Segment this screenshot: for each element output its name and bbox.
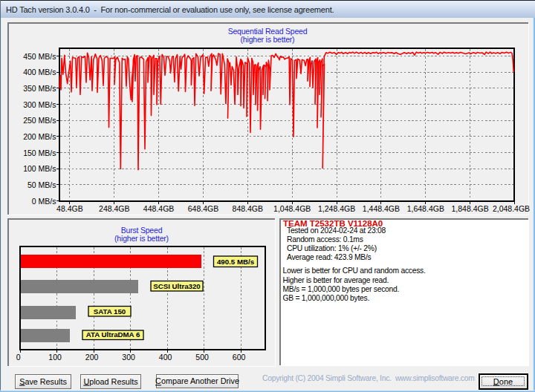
svg-text:2,048.4GB: 2,048.4GB bbox=[493, 204, 530, 213]
svg-text:Average read: 423.9 MB/s: Average read: 423.9 MB/s bbox=[287, 253, 372, 261]
svg-text:Compare Another Drive: Compare Another Drive bbox=[155, 376, 239, 385]
svg-text:300: 300 bbox=[122, 353, 135, 362]
svg-text:448.4GB: 448.4GB bbox=[143, 204, 174, 213]
svg-text:500: 500 bbox=[195, 353, 209, 362]
svg-text:Save Results: Save Results bbox=[19, 377, 67, 386]
svg-text:100 MB/s: 100 MB/s bbox=[23, 164, 56, 173]
svg-text:Tested on 2024-02-24 at 23:08: Tested on 2024-02-24 at 23:08 bbox=[287, 226, 386, 235]
svg-text:GB = 1,000,000,000 bytes.: GB = 1,000,000,000 bytes. bbox=[283, 294, 370, 302]
svg-text:248.4GB: 248.4GB bbox=[99, 204, 129, 213]
svg-text:50 MB/s: 50 MB/s bbox=[27, 180, 56, 189]
svg-text:ATA UltraDMA 6: ATA UltraDMA 6 bbox=[86, 330, 140, 339]
svg-text:Lower is better for CPU and ra: Lower is better for CPU and random acces… bbox=[283, 267, 426, 275]
svg-text:450 MB/s: 450 MB/s bbox=[23, 52, 56, 61]
svg-text:1,848.4GB: 1,848.4GB bbox=[451, 204, 488, 213]
svg-text:1,048.4GB: 1,048.4GB bbox=[273, 204, 311, 213]
svg-text:0 MB/s: 0 MB/s bbox=[32, 197, 56, 206]
svg-text:Done: Done bbox=[493, 377, 513, 386]
svg-text:CPU utilization: 1% (+/- 2%): CPU utilization: 1% (+/- 2%) bbox=[287, 244, 377, 252]
svg-text:200 MB/s: 200 MB/s bbox=[23, 132, 56, 141]
svg-text:Higher is better for average r: Higher is better for average read. bbox=[283, 276, 389, 284]
svg-text:Upload Results: Upload Results bbox=[83, 377, 138, 386]
svg-text:350 MB/s: 350 MB/s bbox=[23, 84, 56, 93]
svg-text:200: 200 bbox=[85, 353, 99, 362]
svg-text:250 MB/s: 250 MB/s bbox=[23, 116, 56, 125]
svg-text:(higher is better): (higher is better) bbox=[114, 234, 169, 243]
svg-text:300 MB/s: 300 MB/s bbox=[23, 100, 56, 109]
svg-text:0: 0 bbox=[16, 353, 21, 362]
svg-text:SCSI Ultra320: SCSI Ultra320 bbox=[153, 282, 201, 290]
svg-text:48.4GB: 48.4GB bbox=[56, 204, 83, 213]
svg-text:1,248.4GB: 1,248.4GB bbox=[318, 204, 355, 213]
svg-text:1,448.4GB: 1,448.4GB bbox=[363, 204, 400, 213]
svg-text:1,648.4GB: 1,648.4GB bbox=[407, 204, 444, 213]
svg-text:MB/s = 1,000,000 bytes per sec: MB/s = 1,000,000 bytes per second. bbox=[283, 285, 400, 293]
svg-text:HD Tach version 3.0.4.0 - Fo: HD Tach version 3.0.4.0 - For non-commer… bbox=[6, 5, 334, 14]
svg-text:600: 600 bbox=[233, 353, 246, 362]
svg-text:SATA 150: SATA 150 bbox=[94, 307, 126, 316]
svg-text:(higher is better): (higher is better) bbox=[241, 35, 295, 44]
svg-text:Copyright (C) 2004 Simpli Soft: Copyright (C) 2004 Simpli Software, Inc.… bbox=[262, 374, 475, 382]
svg-text:490.5 MB/s: 490.5 MB/s bbox=[217, 258, 254, 266]
svg-text:150 MB/s: 150 MB/s bbox=[23, 148, 56, 157]
svg-text:100: 100 bbox=[48, 353, 62, 362]
svg-text:400: 400 bbox=[159, 353, 172, 362]
svg-text:Random access: 0.1ms: Random access: 0.1ms bbox=[287, 235, 363, 244]
svg-text:400 MB/s: 400 MB/s bbox=[23, 68, 56, 76]
svg-text:848.4GB: 848.4GB bbox=[233, 204, 263, 213]
svg-text:648.4GB: 648.4GB bbox=[188, 204, 218, 213]
